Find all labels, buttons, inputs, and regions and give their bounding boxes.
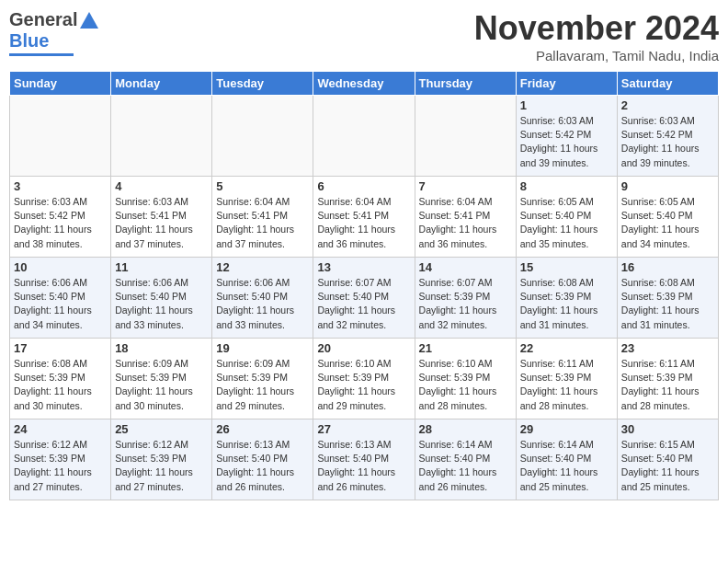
weekday-header-friday: Friday xyxy=(516,72,617,96)
calendar-week-row: 24Sunrise: 6:12 AMSunset: 5:39 PMDayligh… xyxy=(10,419,719,500)
day-info-text: Sunrise: 6:11 AMSunset: 5:39 PMDaylight:… xyxy=(621,357,714,413)
calendar-day-10: 10Sunrise: 6:06 AMSunset: 5:40 PMDayligh… xyxy=(10,258,111,339)
calendar-day-4: 4Sunrise: 6:03 AMSunset: 5:41 PMDaylight… xyxy=(111,177,212,258)
day-info-text: Sunrise: 6:07 AMSunset: 5:39 PMDaylight:… xyxy=(419,276,512,332)
calendar-day-14: 14Sunrise: 6:07 AMSunset: 5:39 PMDayligh… xyxy=(415,258,516,339)
day-number: 19 xyxy=(216,341,309,355)
day-number: 21 xyxy=(419,341,512,355)
calendar-day-19: 19Sunrise: 6:09 AMSunset: 5:39 PMDayligh… xyxy=(212,339,313,419)
day-info-text: Sunrise: 6:08 AMSunset: 5:39 PMDaylight:… xyxy=(621,276,714,332)
calendar-day-3: 3Sunrise: 6:03 AMSunset: 5:42 PMDaylight… xyxy=(10,177,111,258)
day-info-text: Sunrise: 6:09 AMSunset: 5:39 PMDaylight:… xyxy=(115,357,208,413)
day-info-text: Sunrise: 6:06 AMSunset: 5:40 PMDaylight:… xyxy=(216,276,309,332)
weekday-header-wednesday: Wednesday xyxy=(313,72,415,96)
calendar-day-28: 28Sunrise: 6:14 AMSunset: 5:40 PMDayligh… xyxy=(415,419,516,500)
calendar-day-22: 22Sunrise: 6:11 AMSunset: 5:39 PMDayligh… xyxy=(516,339,617,419)
day-info-text: Sunrise: 6:06 AMSunset: 5:40 PMDaylight:… xyxy=(14,276,107,332)
day-number: 10 xyxy=(14,260,107,274)
day-info-text: Sunrise: 6:05 AMSunset: 5:40 PMDaylight:… xyxy=(520,195,613,251)
calendar-day-7: 7Sunrise: 6:04 AMSunset: 5:41 PMDaylight… xyxy=(415,177,516,258)
calendar-day-21: 21Sunrise: 6:10 AMSunset: 5:39 PMDayligh… xyxy=(415,339,516,419)
calendar-day-16: 16Sunrise: 6:08 AMSunset: 5:39 PMDayligh… xyxy=(617,258,718,339)
title-area: November 2024 Pallavaram, Tamil Nadu, In… xyxy=(474,9,719,63)
calendar-day-2: 2Sunrise: 6:03 AMSunset: 5:42 PMDaylight… xyxy=(617,96,718,177)
day-number: 3 xyxy=(14,179,107,193)
day-info-text: Sunrise: 6:12 AMSunset: 5:39 PMDaylight:… xyxy=(115,438,208,494)
day-info-text: Sunrise: 6:11 AMSunset: 5:39 PMDaylight:… xyxy=(520,357,613,413)
day-number: 28 xyxy=(419,422,512,436)
calendar-day-11: 11Sunrise: 6:06 AMSunset: 5:40 PMDayligh… xyxy=(111,258,212,339)
calendar-day-30: 30Sunrise: 6:15 AMSunset: 5:40 PMDayligh… xyxy=(617,419,718,500)
calendar-day-26: 26Sunrise: 6:13 AMSunset: 5:40 PMDayligh… xyxy=(212,419,313,500)
day-number: 18 xyxy=(115,341,208,355)
calendar-week-row: 3Sunrise: 6:03 AMSunset: 5:42 PMDaylight… xyxy=(10,177,719,258)
page-header: General Blue November 2024 Pallavaram, T… xyxy=(9,9,719,63)
day-info-text: Sunrise: 6:15 AMSunset: 5:40 PMDaylight:… xyxy=(621,438,714,494)
day-number: 14 xyxy=(419,260,512,274)
calendar-day-12: 12Sunrise: 6:06 AMSunset: 5:40 PMDayligh… xyxy=(212,258,313,339)
calendar-day-9: 9Sunrise: 6:05 AMSunset: 5:40 PMDaylight… xyxy=(617,177,718,258)
calendar-day-23: 23Sunrise: 6:11 AMSunset: 5:39 PMDayligh… xyxy=(617,339,718,419)
calendar-empty-cell xyxy=(111,96,212,177)
month-title: November 2024 xyxy=(474,9,719,48)
weekday-header-thursday: Thursday xyxy=(415,72,516,96)
day-info-text: Sunrise: 6:10 AMSunset: 5:39 PMDaylight:… xyxy=(317,357,410,413)
day-number: 17 xyxy=(14,341,107,355)
day-number: 20 xyxy=(317,341,410,355)
logo-general-text: General xyxy=(9,9,77,30)
weekday-header-sunday: Sunday xyxy=(10,72,111,96)
calendar-empty-cell xyxy=(415,96,516,177)
day-number: 13 xyxy=(317,260,410,274)
svg-marker-0 xyxy=(80,12,98,29)
calendar-empty-cell xyxy=(313,96,415,177)
calendar-day-17: 17Sunrise: 6:08 AMSunset: 5:39 PMDayligh… xyxy=(10,339,111,419)
calendar-empty-cell xyxy=(212,96,313,177)
day-number: 23 xyxy=(621,341,714,355)
day-info-text: Sunrise: 6:08 AMSunset: 5:39 PMDaylight:… xyxy=(520,276,613,332)
calendar-day-13: 13Sunrise: 6:07 AMSunset: 5:40 PMDayligh… xyxy=(313,258,415,339)
day-number: 6 xyxy=(317,179,410,193)
day-number: 16 xyxy=(621,260,714,274)
location-text: Pallavaram, Tamil Nadu, India xyxy=(474,48,719,63)
calendar-day-5: 5Sunrise: 6:04 AMSunset: 5:41 PMDaylight… xyxy=(212,177,313,258)
day-info-text: Sunrise: 6:03 AMSunset: 5:42 PMDaylight:… xyxy=(520,114,613,170)
day-info-text: Sunrise: 6:12 AMSunset: 5:39 PMDaylight:… xyxy=(14,438,107,494)
day-info-text: Sunrise: 6:08 AMSunset: 5:39 PMDaylight:… xyxy=(14,357,107,413)
calendar-day-18: 18Sunrise: 6:09 AMSunset: 5:39 PMDayligh… xyxy=(111,339,212,419)
day-number: 7 xyxy=(419,179,512,193)
calendar-day-20: 20Sunrise: 6:10 AMSunset: 5:39 PMDayligh… xyxy=(313,339,415,419)
day-info-text: Sunrise: 6:04 AMSunset: 5:41 PMDaylight:… xyxy=(216,195,309,251)
day-number: 5 xyxy=(216,179,309,193)
weekday-header-tuesday: Tuesday xyxy=(212,72,313,96)
day-info-text: Sunrise: 6:07 AMSunset: 5:40 PMDaylight:… xyxy=(317,276,410,332)
day-info-text: Sunrise: 6:03 AMSunset: 5:41 PMDaylight:… xyxy=(115,195,208,251)
day-info-text: Sunrise: 6:14 AMSunset: 5:40 PMDaylight:… xyxy=(520,438,613,494)
day-info-text: Sunrise: 6:03 AMSunset: 5:42 PMDaylight:… xyxy=(621,114,714,170)
day-number: 24 xyxy=(14,422,107,436)
day-number: 12 xyxy=(216,260,309,274)
weekday-header-saturday: Saturday xyxy=(617,72,718,96)
calendar-week-row: 10Sunrise: 6:06 AMSunset: 5:40 PMDayligh… xyxy=(10,258,719,339)
calendar-day-1: 1Sunrise: 6:03 AMSunset: 5:42 PMDaylight… xyxy=(516,96,617,177)
calendar-day-27: 27Sunrise: 6:13 AMSunset: 5:40 PMDayligh… xyxy=(313,419,415,500)
logo: General Blue xyxy=(9,9,98,56)
day-number: 22 xyxy=(520,341,613,355)
calendar-day-29: 29Sunrise: 6:14 AMSunset: 5:40 PMDayligh… xyxy=(516,419,617,500)
day-info-text: Sunrise: 6:05 AMSunset: 5:40 PMDaylight:… xyxy=(621,195,714,251)
calendar-day-15: 15Sunrise: 6:08 AMSunset: 5:39 PMDayligh… xyxy=(516,258,617,339)
day-number: 1 xyxy=(520,98,613,112)
calendar-day-25: 25Sunrise: 6:12 AMSunset: 5:39 PMDayligh… xyxy=(111,419,212,500)
calendar-day-6: 6Sunrise: 6:04 AMSunset: 5:41 PMDaylight… xyxy=(313,177,415,258)
weekday-header-row: SundayMondayTuesdayWednesdayThursdayFrid… xyxy=(10,72,719,96)
day-info-text: Sunrise: 6:14 AMSunset: 5:40 PMDaylight:… xyxy=(419,438,512,494)
day-number: 30 xyxy=(621,422,714,436)
day-info-text: Sunrise: 6:06 AMSunset: 5:40 PMDaylight:… xyxy=(115,276,208,332)
day-info-text: Sunrise: 6:04 AMSunset: 5:41 PMDaylight:… xyxy=(317,195,410,251)
day-info-text: Sunrise: 6:03 AMSunset: 5:42 PMDaylight:… xyxy=(14,195,107,251)
day-number: 15 xyxy=(520,260,613,274)
day-info-text: Sunrise: 6:09 AMSunset: 5:39 PMDaylight:… xyxy=(216,357,309,413)
day-number: 2 xyxy=(621,98,714,112)
day-info-text: Sunrise: 6:10 AMSunset: 5:39 PMDaylight:… xyxy=(419,357,512,413)
day-info-text: Sunrise: 6:04 AMSunset: 5:41 PMDaylight:… xyxy=(419,195,512,251)
day-number: 25 xyxy=(115,422,208,436)
